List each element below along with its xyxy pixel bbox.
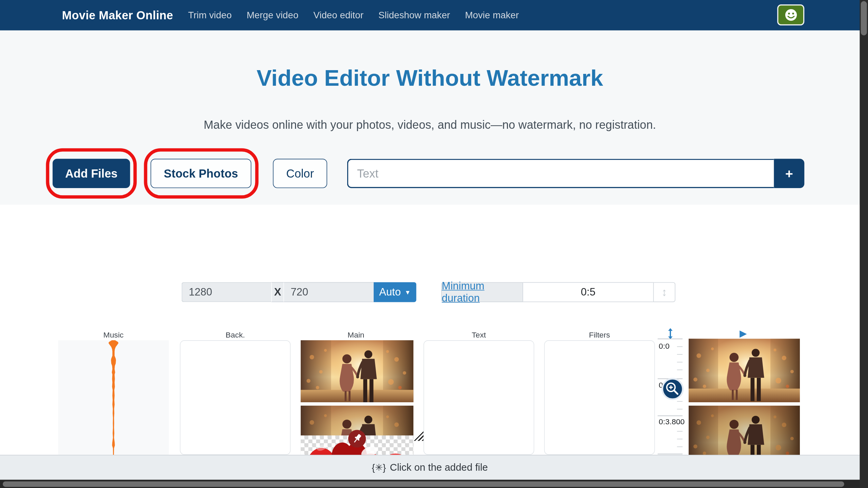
music-track-panel[interactable] <box>58 340 169 455</box>
ruler-major-line <box>658 339 683 339</box>
brand-logo[interactable]: Movie Maker Online <box>62 8 173 22</box>
ruler-major-line <box>658 454 683 454</box>
annotation-circle-stock-photos <box>144 148 258 199</box>
column-header-filters: Filters <box>544 330 655 339</box>
hint-text: Click on the added file <box>390 462 488 473</box>
column-header-music: Music <box>58 330 169 339</box>
play-button[interactable]: ▶ <box>739 329 749 339</box>
minimum-duration-group: Minimum duration 0:5 ↕ <box>441 282 675 302</box>
duration-stepper[interactable]: ↕ <box>653 282 675 302</box>
filters-track-panel[interactable] <box>544 340 655 455</box>
nav-item-merge-video[interactable]: Merge video <box>246 10 298 21</box>
width-input[interactable]: 1280 <box>182 282 271 302</box>
text-track-panel[interactable] <box>423 340 534 455</box>
smiley-icon <box>784 8 798 22</box>
minimum-duration-input[interactable]: 0:5 <box>523 282 653 302</box>
color-button[interactable]: Color <box>273 159 327 188</box>
nav-item-video-editor[interactable]: Video editor <box>313 10 363 21</box>
add-text-button[interactable]: + <box>774 159 804 188</box>
timeline-label-end: 0:3.800 <box>659 417 685 426</box>
minimum-duration-link-cell: Minimum duration <box>441 282 523 302</box>
ruler-tick <box>677 447 683 447</box>
main-clip-1[interactable] <box>301 340 414 402</box>
ruler-tick <box>677 346 683 347</box>
ruler-tick <box>677 362 683 363</box>
video-size-group: 1280 X 720 Auto ▼ <box>182 282 416 302</box>
height-input[interactable]: 720 <box>284 282 374 302</box>
zoom-in-icon <box>660 376 685 402</box>
column-header-main: Main <box>301 330 412 339</box>
ruler-tick <box>677 354 683 355</box>
auto-size-dropdown[interactable]: Auto ▼ <box>374 282 416 302</box>
pin-icon <box>348 429 367 448</box>
ruler-major-line <box>658 415 683 416</box>
column-header-text: Text <box>423 330 534 339</box>
navbar: Movie Maker Online Trim video Merge vide… <box>0 0 868 30</box>
size-separator: X <box>271 282 284 302</box>
nav-links: Trim video Merge video Video editor Slid… <box>188 10 519 21</box>
vertical-resize-icon <box>666 328 675 339</box>
text-input[interactable] <box>347 159 774 188</box>
feedback-button[interactable] <box>777 4 804 25</box>
text-add-group: + <box>347 159 805 188</box>
ruler-tick <box>677 409 683 410</box>
timeline-label-start: 0:0 <box>659 341 670 350</box>
nav-item-trim-video[interactable]: Trim video <box>188 10 232 21</box>
chevron-down-icon: ▼ <box>405 289 411 295</box>
nav-item-movie-maker[interactable]: Movie maker <box>465 10 519 21</box>
braces-asterisk-icon: {✳} <box>372 462 386 473</box>
nav-item-slideshow-maker[interactable]: Slideshow maker <box>378 10 450 21</box>
timeline-scale-handle[interactable] <box>666 328 679 339</box>
column-header-back: Back. <box>180 330 291 339</box>
vertical-scrollbar-thumb[interactable] <box>861 1 867 35</box>
up-down-arrow-icon: ↕ <box>662 286 667 299</box>
timeline-thumbnail-2[interactable] <box>689 406 800 455</box>
page-subtitle: Make videos online with your photos, vid… <box>0 118 860 131</box>
timeline-thumbnail-1[interactable] <box>689 339 800 402</box>
ruler-tick <box>677 439 683 440</box>
ruler-tick <box>677 431 683 432</box>
horizontal-scrollbar[interactable] <box>0 480 868 488</box>
horizontal-scrollbar-thumb[interactable] <box>3 481 844 487</box>
hint-bar: {✳} Click on the added file <box>0 455 860 480</box>
auto-size-label: Auto <box>379 286 401 298</box>
vertical-scrollbar[interactable] <box>860 0 868 488</box>
annotation-circle-add-files <box>46 148 137 199</box>
timeline-zoom-button[interactable] <box>660 376 685 402</box>
ruler-tick <box>677 370 683 370</box>
audio-waveform <box>58 340 169 455</box>
page-title: Video Editor Without Watermark <box>0 65 860 92</box>
minimum-duration-link[interactable]: Minimum duration <box>442 280 522 304</box>
video-editor-page: Movie Maker Online Trim video Merge vide… <box>0 0 868 488</box>
pinned-sticker-badge[interactable] <box>348 429 367 448</box>
background-track-panel[interactable] <box>180 340 291 455</box>
